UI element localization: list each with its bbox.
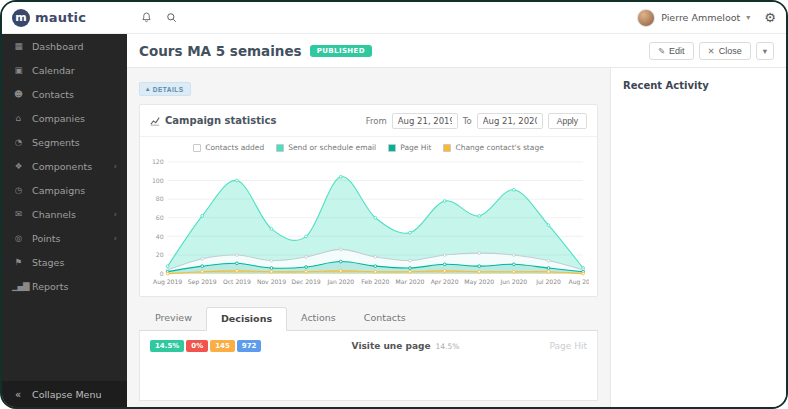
stages-icon: ⚑ <box>12 257 24 267</box>
svg-text:20: 20 <box>156 251 164 258</box>
svg-text:Apr 2020: Apr 2020 <box>431 278 459 286</box>
tab-decisions[interactable]: Decisions <box>206 307 287 331</box>
sidebar-item-label: Companies <box>32 113 85 124</box>
svg-text:Dec 2019: Dec 2019 <box>292 278 321 285</box>
svg-text:May 2020: May 2020 <box>464 278 494 286</box>
search-icon[interactable] <box>166 12 177 23</box>
sidebar-item-channels[interactable]: ✉Channels› <box>2 202 127 226</box>
legend-send-or-schedule-email[interactable]: Send or schedule email <box>276 143 376 152</box>
companies-icon: ⌂ <box>12 113 24 123</box>
chevron-right-icon: › <box>113 209 117 219</box>
svg-text:Aug 2020: Aug 2020 <box>569 278 589 286</box>
legend-checkbox <box>193 144 201 152</box>
brand[interactable]: m mautic <box>2 9 127 27</box>
stat-badge: 972 <box>237 340 262 352</box>
details-toggle-button[interactable]: ▴ DETAILS <box>139 82 191 96</box>
segments-icon: ◔ <box>12 137 24 147</box>
sidebar-item-segments[interactable]: ◔Segments <box>2 130 127 154</box>
svg-text:120: 120 <box>152 158 164 165</box>
sidebar-item-dashboard[interactable]: ▦Dashboard <box>2 34 127 58</box>
sidebar-item-reports[interactable]: ▁▄▇Reports <box>2 274 127 298</box>
decision-subtitle: 14.5% <box>436 342 460 351</box>
close-button-label: Close <box>719 46 742 56</box>
close-icon: ✕ <box>708 46 715 56</box>
svg-text:80: 80 <box>156 195 164 202</box>
decision-stat-badges: 14.5%0%145972 <box>150 340 261 352</box>
sidebar-item-label: Segments <box>32 137 80 148</box>
close-button[interactable]: ✕ Close <box>699 42 751 60</box>
sidebar-item-label: Stages <box>32 257 64 268</box>
svg-text:40: 40 <box>156 233 164 240</box>
recent-activity-panel: Recent Activity <box>610 68 786 407</box>
campaign-statistics-panel: Campaign statistics From To Apply Contac… <box>139 104 598 297</box>
chevron-right-icon: › <box>113 161 117 171</box>
sidebar-item-stages[interactable]: ⚑Stages <box>2 250 127 274</box>
legend-checkbox <box>443 144 451 152</box>
main-content: ▴ DETAILS Campaign statistics From <box>127 68 610 407</box>
chevron-down-icon: ▾ <box>763 46 767 56</box>
tab-preview[interactable]: Preview <box>141 307 206 330</box>
sidebar-item-components[interactable]: ❖Components› <box>2 154 127 178</box>
tab-contacts[interactable]: Contacts <box>350 307 420 330</box>
tab-actions[interactable]: Actions <box>287 307 350 330</box>
legend-checkbox <box>388 144 396 152</box>
edit-button[interactable]: ✎ Edit <box>649 42 694 60</box>
topbar-icons <box>141 12 177 23</box>
campaigns-icon: ◷ <box>12 185 24 195</box>
decision-type-label: Page Hit <box>550 341 587 351</box>
points-icon: ◎ <box>12 233 24 243</box>
more-actions-dropdown-button[interactable]: ▾ <box>756 42 774 60</box>
svg-text:100: 100 <box>152 177 164 184</box>
stat-badge: 145 <box>210 340 235 352</box>
legend-contacts-added[interactable]: Contacts added <box>193 143 264 152</box>
notifications-bell-icon[interactable] <box>141 12 152 23</box>
collapse-menu-label: Collapse Menu <box>32 389 101 400</box>
stat-badge: 0% <box>186 340 208 352</box>
user-name: Pierre Ammeloot <box>661 12 740 23</box>
sidebar-item-calendar[interactable]: ▣Calendar <box>2 58 127 82</box>
sidebar-item-label: Components <box>32 161 92 172</box>
sidebar-item-companies[interactable]: ⌂Companies <box>2 106 127 130</box>
legend-label: Page Hit <box>400 143 431 152</box>
sidebar-item-label: Contacts <box>32 89 74 100</box>
date-to-input[interactable] <box>477 113 543 129</box>
recent-activity-title: Recent Activity <box>623 80 774 91</box>
sidebar-item-label: Dashboard <box>32 41 84 52</box>
details-label: DETAILS <box>153 86 184 93</box>
legend-label: Send or schedule email <box>288 143 376 152</box>
gear-icon[interactable]: ⚙ <box>764 10 776 25</box>
page-title: Cours MA 5 semaines <box>139 43 302 59</box>
date-from-input[interactable] <box>392 113 458 129</box>
dashboard-icon: ▦ <box>12 41 24 51</box>
user-menu[interactable]: Pierre Ammeloot ▾ ⚙ <box>637 9 786 27</box>
sidebar-item-contacts[interactable]: ☻Contacts <box>2 82 127 106</box>
calendar-icon: ▣ <box>12 65 24 75</box>
sidebar-item-label: Calendar <box>32 65 75 76</box>
svg-text:Aug 2019: Aug 2019 <box>153 278 182 286</box>
sidebar-item-label: Reports <box>32 281 68 292</box>
components-icon: ❖ <box>12 161 24 171</box>
line-chart-icon <box>150 111 160 130</box>
svg-text:Sep 2019: Sep 2019 <box>188 278 217 286</box>
mautic-logo-icon: m <box>12 9 30 27</box>
legend-page-hit[interactable]: Page Hit <box>388 143 431 152</box>
apply-button[interactable]: Apply <box>548 113 587 129</box>
legend-change-contact-s-stage[interactable]: Change contact's stage <box>443 143 543 152</box>
caret-up-icon: ▴ <box>146 85 150 93</box>
chart-legend: Contacts addedSend or schedule emailPage… <box>140 137 597 154</box>
collapse-menu-button[interactable]: « Collapse Menu <box>2 381 127 407</box>
campaign-statistics-chart: 020406080100120Aug 2019Sep 2019Oct 2019N… <box>148 156 589 290</box>
decision-title: Visite une page <box>352 341 431 351</box>
sidebar: ▦Dashboard▣Calendar☻Contacts⌂Companies◔S… <box>2 34 127 407</box>
pencil-icon: ✎ <box>658 46 665 56</box>
sidebar-item-points[interactable]: ◎Points› <box>2 226 127 250</box>
sidebar-item-campaigns[interactable]: ◷Campaigns <box>2 178 127 202</box>
avatar <box>637 9 655 27</box>
decision-card[interactable]: 14.5%0%145972 Visite une page 14.5% Page… <box>139 331 598 401</box>
svg-text:Jan 2020: Jan 2020 <box>326 278 354 286</box>
svg-text:Jul 2020: Jul 2020 <box>535 278 561 286</box>
chart-area: 020406080100120Aug 2019Sep 2019Oct 2019N… <box>140 154 597 296</box>
contacts-icon: ☻ <box>12 89 24 99</box>
legend-label: Contacts added <box>205 143 264 152</box>
svg-text:Feb 2020: Feb 2020 <box>361 278 389 285</box>
